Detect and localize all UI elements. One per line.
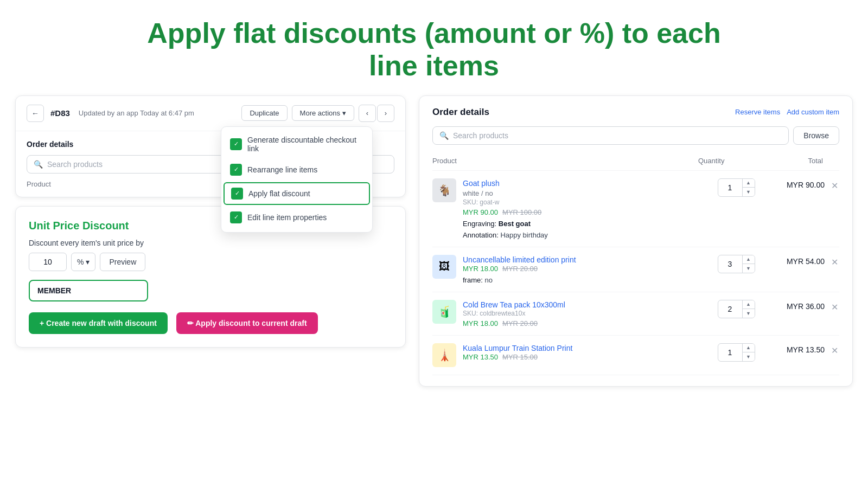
product-info-print: 🖼 Uncancellable limited edition print MY… [432, 255, 698, 284]
remove-kl-button[interactable]: ✕ [830, 344, 839, 357]
product-details-kl: Kuala Lumpur Train Station Print MYR 13.… [463, 343, 698, 361]
price-original-goat: MYR 100.00 [502, 208, 541, 216]
qty-input-goat[interactable] [718, 181, 742, 194]
back-button[interactable]: ← [27, 105, 44, 122]
checkmark-icon-edit: ✓ [230, 211, 242, 223]
price-original-tea: MYR 20.00 [502, 319, 538, 328]
qty-arrows-print: ▲ ▼ [742, 255, 755, 273]
annotation-print-1: frame: no [463, 276, 698, 284]
product-details-print: Uncancellable limited edition print MYR … [463, 255, 698, 284]
price-row-goat: MYR 90.00 MYR 100.00 [463, 208, 698, 216]
header-product: Product [432, 157, 698, 165]
product-sku-tea: SKU: coldbrewtea10x [463, 310, 698, 317]
qty-arrows-goat: ▲ ▼ [742, 179, 755, 196]
price-total-tea: MYR 36.00 ✕ [774, 300, 839, 313]
right-search-icon: 🔍 [439, 131, 449, 140]
dropdown-item-rearrange[interactable]: ✓ Rearrange line items [221, 158, 372, 181]
right-panel-header: Order details Reserve items Add custom i… [432, 107, 839, 118]
page-title: Apply flat discounts (amount or %) to ea… [0, 0, 868, 95]
qty-input-print[interactable] [718, 258, 742, 271]
browse-button[interactable]: Browse [793, 126, 839, 145]
product-thumbnail-print: 🖼 [432, 255, 456, 279]
qty-down-goat[interactable]: ▼ [743, 188, 755, 196]
product-info-tea: 🧃 Cold Brew Tea pack 10x300ml SKU: coldb… [432, 300, 698, 328]
price-row-print: MYR 18.00 MYR 20.00 [463, 265, 698, 273]
nav-prev-button[interactable]: ‹ [359, 105, 376, 122]
qty-arrows-tea: ▲ ▼ [742, 300, 755, 318]
products-table: Product Quantity Total 🐐 Goat plush whit… [432, 153, 839, 375]
left-panel: ← #D83 Updated by an app Today at 6:47 p… [15, 95, 406, 387]
discount-controls: % ▾ Preview [29, 253, 392, 271]
price-total-kl: MYR 13.50 ✕ [774, 343, 839, 357]
order-card-header: ← #D83 Updated by an app Today at 6:47 p… [16, 96, 405, 131]
annotation-goat-2: Annotation: Happy birthday [463, 231, 698, 239]
left-search-placeholder: Search products [47, 160, 103, 169]
right-search-box[interactable]: 🔍 Search products [432, 126, 789, 145]
create-draft-button[interactable]: + Create new draft with discount [29, 312, 168, 334]
qty-down-print[interactable]: ▼ [743, 264, 755, 273]
product-thumbnail-goat: 🐐 [432, 178, 456, 202]
qty-input-kl[interactable] [718, 346, 742, 359]
chevron-down-icon: ▾ [342, 109, 346, 117]
right-panel-actions: Reserve items Add custom item [735, 108, 839, 116]
nav-arrows: ‹ › [359, 105, 394, 122]
price-original-kl: MYR 15.00 [502, 353, 538, 361]
product-name-tea[interactable]: Cold Brew Tea pack 10x300ml [463, 300, 565, 309]
qty-box-print: ▲ ▼ [718, 255, 755, 273]
nav-next-button[interactable]: › [377, 105, 394, 122]
remove-goat-button[interactable]: ✕ [830, 179, 839, 192]
dropdown-item-apply-flat[interactable]: ✓ Apply flat discount [224, 182, 370, 205]
tag-input[interactable] [29, 280, 148, 301]
qty-arrows-kl: ▲ ▼ [742, 344, 755, 361]
right-panel-title: Order details [432, 107, 489, 118]
price-current-tea: MYR 18.00 [463, 319, 498, 328]
more-actions-button[interactable]: More actions ▾ [292, 105, 354, 121]
product-thumbnail-tea: 🧃 [432, 300, 456, 324]
right-search-row: 🔍 Search products Browse [432, 126, 839, 145]
order-card: ← #D83 Updated by an app Today at 6:47 p… [15, 95, 406, 197]
qty-down-kl[interactable]: ▼ [743, 352, 755, 361]
order-id: #D83 [50, 108, 70, 118]
total-tea: MYR 36.00 [787, 302, 825, 311]
discount-type-select[interactable]: % ▾ [71, 253, 95, 271]
apply-discount-button[interactable]: ✏ Apply discount to current draft [176, 312, 318, 334]
table-row: 🗼 Kuala Lumpur Train Station Print MYR 1… [432, 336, 839, 375]
product-name-goat[interactable]: Goat plush [463, 179, 500, 188]
qty-down-tea[interactable]: ▼ [743, 309, 755, 318]
qty-control-goat: ▲ ▼ [698, 178, 774, 197]
remove-print-button[interactable]: ✕ [830, 256, 839, 268]
qty-up-print[interactable]: ▲ [743, 255, 755, 264]
product-name-kl[interactable]: Kuala Lumpur Train Station Print [463, 344, 572, 352]
product-details-tea: Cold Brew Tea pack 10x300ml SKU: coldbre… [463, 300, 698, 328]
qty-control-print: ▲ ▼ [698, 255, 774, 273]
product-sku-goat: SKU: goat-w [463, 198, 698, 206]
discount-amount-input[interactable] [29, 253, 67, 271]
qty-input-tea[interactable] [718, 303, 742, 316]
right-panel: Order details Reserve items Add custom i… [419, 95, 853, 387]
price-row-tea: MYR 18.00 MYR 20.00 [463, 319, 698, 328]
total-goat: MYR 90.00 [787, 181, 825, 189]
table-header: Product Quantity Total [432, 153, 839, 171]
qty-up-goat[interactable]: ▲ [743, 179, 755, 188]
duplicate-button[interactable]: Duplicate [241, 105, 287, 121]
table-row: 🐐 Goat plush white / no SKU: goat-w MYR … [432, 171, 839, 247]
header-quantity: Quantity [698, 157, 774, 165]
qty-control-tea: ▲ ▼ [698, 300, 774, 318]
price-total-print: MYR 54.00 ✕ [774, 255, 839, 268]
price-current-print: MYR 18.00 [463, 265, 498, 273]
dropdown-item-generate[interactable]: ✓ Generate discountable checkout link [221, 130, 372, 158]
dropdown-item-edit-properties[interactable]: ✓ Edit line item properties [221, 206, 372, 229]
reserve-items-link[interactable]: Reserve items [735, 108, 780, 116]
dropdown-menu: ✓ Generate discountable checkout link ✓ … [221, 126, 373, 233]
add-custom-item-link[interactable]: Add custom item [787, 108, 839, 116]
qty-box-goat: ▲ ▼ [718, 178, 755, 197]
table-row: 🧃 Cold Brew Tea pack 10x300ml SKU: coldb… [432, 292, 839, 336]
qty-box-tea: ▲ ▼ [718, 300, 755, 318]
qty-up-kl[interactable]: ▲ [743, 344, 755, 352]
product-name-print[interactable]: Uncancellable limited edition print [463, 255, 576, 264]
chevron-down-icon: ▾ [86, 258, 90, 266]
product-info-goat: 🐐 Goat plush white / no SKU: goat-w MYR … [432, 178, 698, 239]
preview-button[interactable]: Preview [100, 253, 145, 271]
qty-up-tea[interactable]: ▲ [743, 300, 755, 309]
remove-tea-button[interactable]: ✕ [830, 301, 839, 313]
